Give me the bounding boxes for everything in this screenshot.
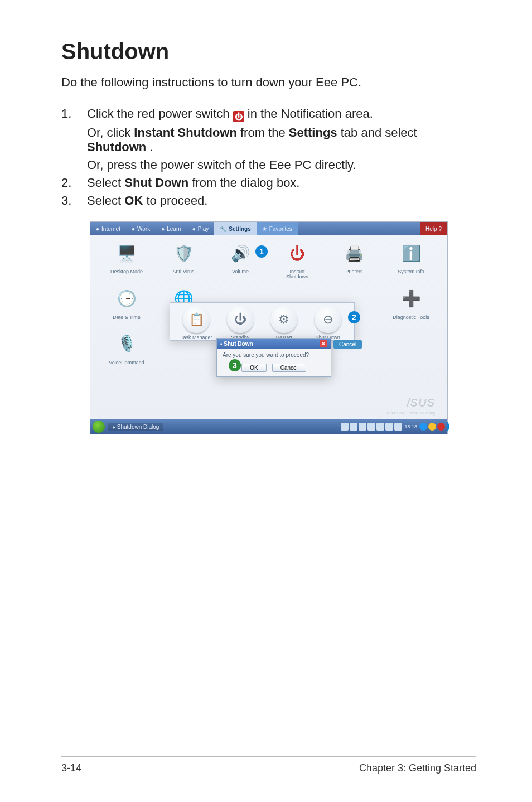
tray-icon[interactable]	[376, 423, 384, 431]
step-list: 1. Click the red power switch ⏻ in the N…	[61, 107, 476, 211]
app-volume[interactable]: 🔊Volume	[212, 239, 269, 280]
plus-icon: ➕	[396, 284, 425, 313]
callout-badge-1: 1	[255, 245, 268, 258]
mic-icon: 🎙️	[112, 330, 141, 359]
tray-clock: 18:18	[404, 424, 417, 429]
cancel-button[interactable]: Cancel	[272, 364, 306, 372]
restart-icon: ⚙	[270, 306, 297, 333]
app-diagnostic-tools[interactable]: ➕Diagnostic Tools	[383, 284, 439, 325]
app-printers[interactable]: 🖨️Printers	[326, 239, 383, 280]
tray-icon[interactable]	[359, 423, 366, 431]
opt-task-manager[interactable]: 📋Task Manager	[175, 306, 219, 340]
tray-icon[interactable]	[385, 423, 393, 431]
start-button[interactable]	[93, 421, 105, 433]
clock-icon: 🕒	[112, 284, 141, 313]
step-subtext: Or, press the power switch of the Eee PC…	[87, 158, 476, 172]
info-icon: ℹ️	[396, 239, 425, 268]
ok-button[interactable]: OK	[241, 364, 266, 372]
tab-internet[interactable]: ●Internet	[90, 222, 126, 235]
tray-icon[interactable]	[341, 423, 349, 431]
app-date-time[interactable]: 🕒Date & Time	[98, 284, 155, 325]
cancel-popup[interactable]: Cancel	[333, 340, 362, 349]
shut-down-icon: ⊖	[315, 306, 341, 333]
system-tray: 18:18	[341, 423, 447, 431]
opt-standby[interactable]: ⏻Standby	[219, 306, 263, 340]
tab-work[interactable]: ●Work	[126, 222, 156, 235]
brand-logo: /SUS	[407, 397, 435, 409]
intro-text: Do the following instructions to turn do…	[61, 75, 476, 90]
power-manager-dialog: 📋Task Manager ⏻Standby ⚙Restart ⊖Shut Do…	[170, 302, 355, 341]
app-system-info[interactable]: ℹ️System Info	[383, 239, 439, 280]
brand-tagline: Rock Solid · Heart Touching	[387, 411, 435, 415]
tray-icon[interactable]	[350, 423, 357, 431]
taskbar: ▸ Shutdown Dialog 18:18	[90, 419, 447, 434]
page-title: Shutdown	[61, 39, 476, 64]
help-button[interactable]: Help ?	[420, 222, 447, 235]
app-desktop-mode[interactable]: 🖥️Desktop Mode	[98, 239, 155, 280]
standby-icon: ⏻	[227, 306, 254, 333]
task-manager-icon: 📋	[183, 306, 210, 333]
step-num: 1.	[61, 107, 87, 172]
step-text: Click the red power switch	[87, 107, 233, 120]
step-2: 2. Select Shut Down from the dialog box.	[61, 176, 476, 190]
step-1: 1. Click the red power switch ⏻ in the N…	[61, 107, 476, 172]
step-num: 2.	[61, 176, 87, 190]
app-voice-command[interactable]: 🎙️VoiceCommand	[98, 330, 155, 370]
power-switch-icon: ⏻	[233, 111, 244, 122]
desktop-icon: 🖥️	[112, 239, 141, 268]
step-3: 3. Select OK to proceed.	[61, 194, 476, 208]
printer-icon: 🖨️	[340, 239, 369, 268]
app-instant-shutdown[interactable]: ⏻Instant Shutdown	[269, 239, 326, 280]
tab-learn[interactable]: ●Learn	[156, 222, 187, 235]
tray-orb-blue[interactable]	[419, 423, 427, 431]
shutdown-icon: ⏻	[283, 239, 312, 268]
dialog-title: Shut Down	[224, 341, 253, 347]
opt-shut-down[interactable]: ⊖Shut Down	[306, 306, 350, 340]
app-anti-virus[interactable]: 🛡️Anti-Virus	[155, 239, 212, 280]
shield-icon: 🛡️	[169, 239, 198, 268]
tray-power-icon[interactable]	[437, 423, 445, 431]
taskbar-item[interactable]: ▸ Shutdown Dialog	[108, 423, 163, 431]
opt-restart[interactable]: ⚙Restart	[262, 306, 306, 340]
tray-icon[interactable]	[394, 423, 402, 431]
volume-icon: 🔊	[226, 239, 255, 268]
tray-icon[interactable]	[367, 423, 375, 431]
page-footer: 3-14 Chapter 3: Getting Started	[61, 756, 476, 774]
tab-play[interactable]: ●Play	[187, 222, 215, 235]
step-text: in the Notification area.	[248, 107, 373, 120]
tab-bar: ●Internet ●Work ●Learn ●Play 🔧Settings ★…	[90, 222, 447, 235]
callout-badge-2: 2	[348, 311, 360, 323]
tray-orb-yellow[interactable]	[428, 423, 436, 431]
close-icon[interactable]: ×	[320, 340, 327, 347]
dialog-bullet-icon: ▪	[220, 341, 223, 347]
chapter-label: Chapter 3: Getting Started	[359, 762, 476, 774]
page-number: 3-14	[61, 762, 81, 774]
tab-settings[interactable]: 🔧Settings	[214, 222, 256, 235]
screenshot: ●Internet ●Work ●Learn ●Play 🔧Settings ★…	[90, 221, 448, 434]
callout-badge-3: 3	[229, 359, 241, 371]
tab-favorites[interactable]: ★Favorites	[257, 222, 298, 235]
step-num: 3.	[61, 194, 87, 208]
